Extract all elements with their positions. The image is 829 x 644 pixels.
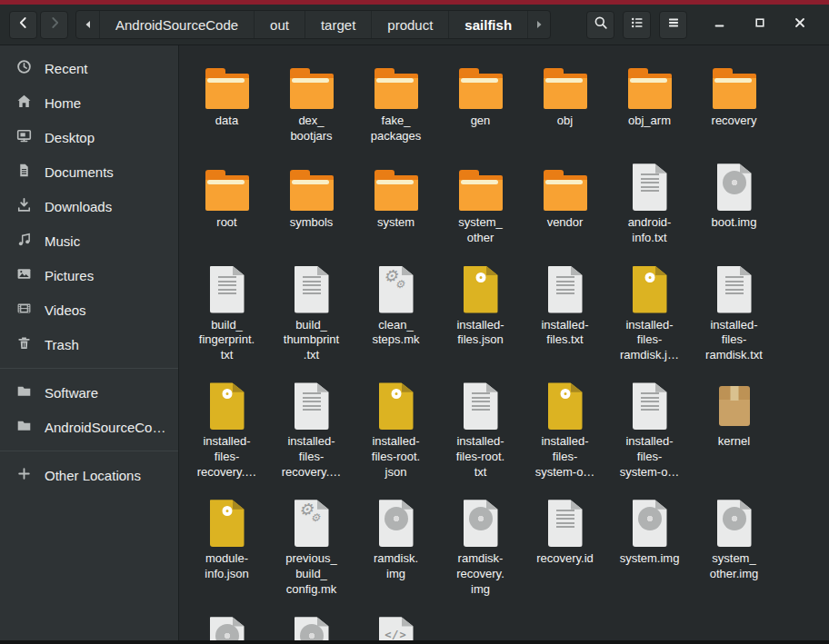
file-name: gen: [471, 114, 491, 129]
file-item[interactable]: system_ other.img: [692, 490, 776, 608]
minimize-button[interactable]: [700, 11, 740, 39]
file-item[interactable]: data: [185, 53, 269, 154]
file-item[interactable]: installed- files- ramdisk.txt: [692, 257, 776, 374]
sidebar-item-label: Recent: [45, 61, 88, 76]
file-item[interactable]: system_ other: [438, 154, 523, 256]
breadcrumb-segment-target[interactable]: target: [305, 11, 371, 38]
sidebar-item-downloads[interactable]: Downloads: [0, 189, 178, 223]
file-item[interactable]: installed- files- recovery.…: [269, 373, 354, 490]
file-name: installed- files-root. txt: [456, 434, 504, 480]
sidebar-item-pictures[interactable]: Pictures: [0, 258, 178, 292]
sidebar-item-recent[interactable]: Recent: [0, 51, 178, 85]
file-name: system.img: [620, 551, 680, 567]
makefile-icon: [376, 266, 416, 313]
file-item[interactable]: kernel: [692, 373, 776, 490]
file-item[interactable]: ramdisk- recovery. img: [438, 490, 523, 608]
disk-image-icon: [292, 617, 332, 640]
file-item[interactable]: build_ thumbprint .txt: [269, 257, 354, 374]
file-name: installed- files- ramdisk.txt: [705, 318, 763, 363]
file-name: kernel: [718, 434, 750, 450]
menu-button[interactable]: [659, 11, 687, 39]
breadcrumb-segment-sailfish[interactable]: sailfish: [448, 11, 527, 38]
sidebar-item-desktop[interactable]: Desktop: [0, 120, 178, 154]
file-name: system_ other.img: [710, 551, 758, 581]
disk-image-icon: [714, 500, 754, 547]
file-item[interactable]: installed- files- ramdisk.j…: [607, 257, 692, 374]
download-icon: [16, 197, 32, 215]
sidebar-item-home[interactable]: Home: [0, 85, 178, 120]
back-button[interactable]: [9, 11, 37, 39]
file-item[interactable]: build_ fingerprint. txt: [185, 257, 269, 374]
sidebar-separator: [0, 368, 178, 369]
forward-button[interactable]: [40, 11, 68, 39]
file-item[interactable]: installed- files- system-o…: [523, 373, 607, 490]
file-item[interactable]: obj: [523, 53, 607, 154]
file-item[interactable]: installed- files- recovery.…: [185, 373, 269, 490]
file-item[interactable]: verified_ assembled _system_ manifest. x…: [354, 608, 438, 640]
text-file-icon: [714, 266, 754, 313]
file-item[interactable]: symbols: [269, 154, 354, 256]
sidebar-item-software[interactable]: Software: [0, 375, 178, 410]
file-item[interactable]: installed- files-root. txt: [438, 373, 523, 490]
breadcrumb-segment-androidsourcecode[interactable]: AndroidSourceCode: [99, 11, 254, 38]
search-button[interactable]: [586, 11, 614, 39]
sidebar-item-other-locations[interactable]: Other Locations: [0, 458, 178, 492]
breadcrumb-segment-out[interactable]: out: [254, 11, 305, 38]
file-item[interactable]: previous_ build_ config.mk: [269, 490, 354, 608]
file-item[interactable]: installed- files-root. json: [354, 373, 438, 490]
file-item[interactable]: dex_ bootjars: [269, 53, 354, 154]
sidebar-item-documents[interactable]: Documents: [0, 154, 178, 189]
file-item[interactable]: recovery: [692, 53, 776, 154]
window-bottom-edge: [0, 640, 829, 644]
close-button[interactable]: [780, 11, 820, 39]
file-grid: datadex_ bootjarsfake_ packagesgenobjobj…: [179, 45, 829, 640]
file-item[interactable]: ramdisk. img: [354, 490, 438, 608]
sidebar-item-label: Downloads: [45, 199, 112, 214]
music-note-icon: [16, 232, 32, 250]
file-item[interactable]: module- info.json: [185, 490, 269, 608]
file-item[interactable]: vendor: [523, 154, 607, 256]
file-name: installed- files- ramdisk.j…: [620, 318, 679, 363]
sidebar-item-label: Software: [45, 385, 98, 401]
sidebar-item-music[interactable]: Music: [0, 223, 178, 258]
folder-icon: [628, 62, 672, 109]
file-manager-window: AndroidSourceCodeouttargetproductsailfis…: [0, 0, 829, 644]
breadcrumb-scroll-right-button[interactable]: [527, 11, 550, 38]
file-item[interactable]: recovery.id: [523, 490, 607, 608]
file-name: module- info.json: [205, 551, 248, 581]
file-item[interactable]: vendor.img: [269, 608, 354, 640]
disk-image-icon: [714, 163, 754, 211]
breadcrumb-scroll-left-button[interactable]: [76, 11, 99, 38]
list-view-button[interactable]: [623, 11, 651, 39]
sidebar-item-androidsourceco[interactable]: AndroidSourceCo…: [0, 410, 178, 444]
file-item[interactable]: userdata. img: [185, 608, 269, 640]
sidebar-devices: SoftwareAndroidSourceCo…: [0, 375, 178, 444]
file-item[interactable]: system.img: [607, 490, 692, 608]
file-item[interactable]: android- info.txt: [607, 154, 692, 256]
file-item[interactable]: obj_arm: [607, 53, 692, 154]
file-name: dex_ bootjars: [290, 114, 332, 144]
file-item[interactable]: clean_ steps.mk: [354, 257, 438, 374]
disk-image-icon: [630, 500, 670, 547]
file-item[interactable]: system: [354, 154, 438, 256]
file-name: data: [215, 114, 238, 129]
file-item[interactable]: fake_ packages: [354, 53, 438, 154]
file-pane: datadex_ bootjarsfake_ packagesgenobjobj…: [179, 45, 829, 640]
file-item[interactable]: installed- files- system-o…: [607, 373, 692, 490]
file-item[interactable]: installed- files.json: [438, 257, 523, 374]
sidebar-item-trash[interactable]: Trash: [0, 327, 178, 362]
file-item[interactable]: gen: [438, 53, 523, 154]
file-name: obj: [557, 114, 573, 129]
file-item[interactable]: boot.img: [692, 154, 776, 256]
sidebar-item-label: Other Locations: [45, 468, 141, 483]
sidebar: RecentHomeDesktopDocumentsDownloadsMusic…: [0, 45, 179, 640]
folder-icon: [205, 62, 249, 109]
sidebar-item-videos[interactable]: Videos: [0, 292, 178, 327]
file-item[interactable]: installed- files.txt: [523, 257, 607, 374]
file-name: ramdisk- recovery. img: [456, 551, 504, 597]
sidebar-item-label: Home: [45, 95, 81, 111]
file-item[interactable]: root: [185, 154, 269, 256]
file-name: system: [377, 215, 414, 231]
breadcrumb-segment-product[interactable]: product: [371, 11, 448, 38]
maximize-button[interactable]: [740, 11, 780, 39]
